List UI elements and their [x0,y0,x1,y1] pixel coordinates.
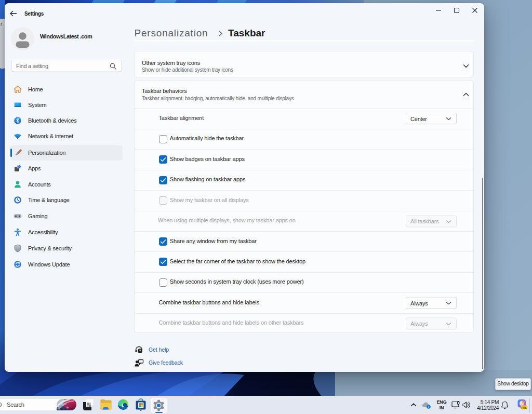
svg-text:?: ? [139,349,141,353]
svg-text:r: r [1,22,2,27]
svg-text:PRE: PRE [522,406,527,409]
